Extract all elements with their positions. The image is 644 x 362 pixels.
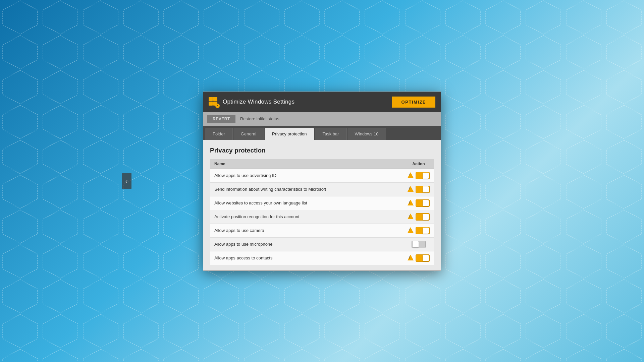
chevron-left-icon: ‹ <box>125 178 128 184</box>
tab-privacy[interactable]: Privacy protection <box>265 128 314 140</box>
settings-table: Name Action Allow apps to use advertisin… <box>210 159 434 265</box>
toggle-switch[interactable] <box>416 186 430 193</box>
tab-folder[interactable]: Folder <box>205 128 233 140</box>
main-dialog: Optimize Windows Settings OPTIMIZE REVER… <box>203 92 441 271</box>
app-title: Optimize Windows Settings <box>223 99 294 105</box>
row-name-cell: Activate position recognition for this a… <box>210 210 404 224</box>
toggle-switch[interactable] <box>416 213 430 221</box>
table-row: Allow apps to use camera! <box>210 224 434 237</box>
table-header-row: Name Action <box>210 159 434 169</box>
page-center: ‹ Optimize Windows Settings OPTIMIZE <box>0 0 644 362</box>
row-name-cell: Allow apps to use camera <box>210 224 404 237</box>
row-action-cell: ! <box>404 210 434 224</box>
title-bar: Optimize Windows Settings OPTIMIZE <box>203 92 441 112</box>
app-icon <box>209 97 219 107</box>
col-header-name: Name <box>210 159 404 169</box>
table-row: Allow apps to use microphone <box>210 237 434 251</box>
table-row: Allow apps access to contacts! <box>210 251 434 265</box>
toggle-switch[interactable] <box>416 199 430 207</box>
warning-icon: ! <box>408 214 414 220</box>
tab-general[interactable]: General <box>233 128 264 140</box>
toggle-switch[interactable] <box>416 227 430 234</box>
section-title: Privacy protection <box>210 147 434 154</box>
tab-taskbar[interactable]: Task bar <box>315 128 346 140</box>
table-row: Send information about writing character… <box>210 182 434 196</box>
row-name-cell: Allow websites to access your own langua… <box>210 196 404 210</box>
row-name-cell: Send information about writing character… <box>210 182 404 196</box>
row-action-cell: ! <box>404 182 434 196</box>
tab-windows10[interactable]: Windows 10 <box>347 128 386 140</box>
row-action-cell <box>404 237 434 251</box>
toggle-switch[interactable] <box>412 241 426 248</box>
revert-button[interactable]: REVERT <box>207 115 235 123</box>
col-header-action: Action <box>404 159 434 169</box>
table-row: Allow apps to use advertising ID! <box>210 169 434 182</box>
optimize-button[interactable]: OPTIMIZE <box>392 97 435 108</box>
row-name-cell: Allow apps to use microphone <box>210 237 404 251</box>
row-action-cell: ! <box>404 196 434 210</box>
revert-status-text: Restore initial status <box>240 116 279 121</box>
back-arrow-button[interactable]: ‹ <box>122 173 131 189</box>
warning-icon: ! <box>408 172 414 179</box>
table-row: Activate position recognition for this a… <box>210 210 434 224</box>
toggle-switch[interactable] <box>416 172 430 179</box>
row-action-cell: ! <box>404 224 434 237</box>
revert-bar: REVERT Restore initial status <box>203 112 441 126</box>
warning-icon: ! <box>408 255 414 261</box>
warning-icon: ! <box>408 200 414 206</box>
content-area: Privacy protection Name Action Allow app… <box>203 140 441 270</box>
row-action-cell: ! <box>404 251 434 265</box>
table-row: Allow websites to access your own langua… <box>210 196 434 210</box>
title-bar-left: Optimize Windows Settings <box>209 97 294 107</box>
row-name-cell: Allow apps to use advertising ID <box>210 169 404 182</box>
row-name-cell: Allow apps access to contacts <box>210 251 404 265</box>
tab-bar: Folder General Privacy protection Task b… <box>203 126 441 140</box>
warning-icon: ! <box>408 227 414 234</box>
row-action-cell: ! <box>404 169 434 182</box>
toggle-switch[interactable] <box>416 254 430 262</box>
warning-icon: ! <box>408 186 414 193</box>
